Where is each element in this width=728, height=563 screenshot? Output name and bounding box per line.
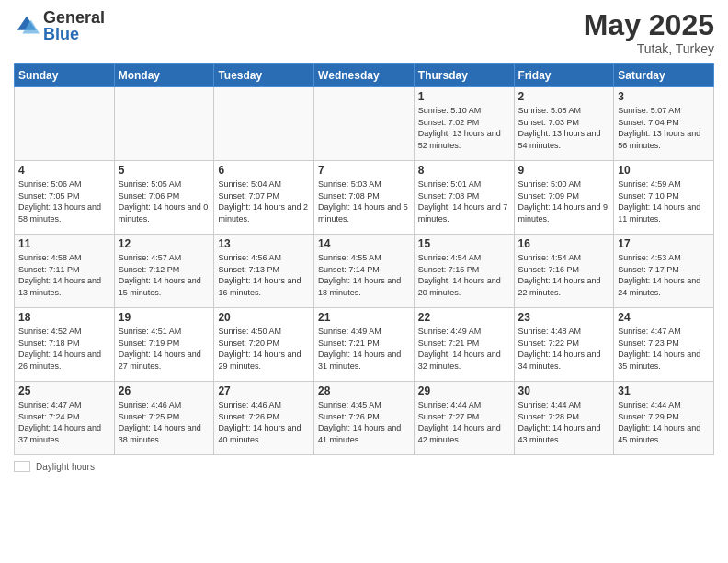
day-number: 19 bbox=[119, 311, 210, 324]
calendar-week-row: 4Sunrise: 5:06 AM Sunset: 7:05 PM Daylig… bbox=[15, 161, 714, 235]
calendar-cell: 24Sunrise: 4:47 AM Sunset: 7:23 PM Dayli… bbox=[614, 308, 714, 382]
footer-label: Daylight hours bbox=[36, 462, 95, 472]
day-number: 28 bbox=[318, 385, 410, 397]
calendar-header-row: SundayMondayTuesdayWednesdayThursdayFrid… bbox=[15, 64, 714, 87]
weekday-header: Friday bbox=[514, 64, 614, 87]
day-info: Sunrise: 4:56 AM Sunset: 7:13 PM Dayligh… bbox=[218, 252, 310, 298]
day-number: 29 bbox=[418, 385, 510, 397]
day-number: 20 bbox=[218, 311, 310, 324]
day-number: 15 bbox=[418, 237, 510, 250]
calendar-cell: 15Sunrise: 4:54 AM Sunset: 7:15 PM Dayli… bbox=[414, 235, 514, 308]
day-info: Sunrise: 4:59 AM Sunset: 7:10 PM Dayligh… bbox=[618, 178, 710, 224]
calendar-cell: 29Sunrise: 4:44 AM Sunset: 7:27 PM Dayli… bbox=[414, 382, 514, 455]
calendar-cell: 2Sunrise: 5:08 AM Sunset: 7:03 PM Daylig… bbox=[514, 87, 614, 161]
day-number: 7 bbox=[318, 164, 410, 177]
day-info: Sunrise: 4:50 AM Sunset: 7:20 PM Dayligh… bbox=[218, 326, 310, 372]
calendar-cell: 23Sunrise: 4:48 AM Sunset: 7:22 PM Dayli… bbox=[514, 308, 614, 382]
calendar-week-row: 11Sunrise: 4:58 AM Sunset: 7:11 PM Dayli… bbox=[15, 235, 714, 308]
day-info: Sunrise: 4:53 AM Sunset: 7:17 PM Dayligh… bbox=[618, 252, 710, 298]
calendar-cell: 20Sunrise: 4:50 AM Sunset: 7:20 PM Dayli… bbox=[214, 308, 314, 382]
calendar-cell: 9Sunrise: 5:00 AM Sunset: 7:09 PM Daylig… bbox=[514, 161, 614, 235]
calendar-cell: 31Sunrise: 4:44 AM Sunset: 7:29 PM Dayli… bbox=[614, 382, 714, 455]
day-info: Sunrise: 4:47 AM Sunset: 7:23 PM Dayligh… bbox=[618, 326, 710, 372]
day-number: 31 bbox=[618, 385, 710, 397]
day-info: Sunrise: 5:10 AM Sunset: 7:02 PM Dayligh… bbox=[418, 105, 510, 151]
calendar-cell: 27Sunrise: 4:46 AM Sunset: 7:26 PM Dayli… bbox=[214, 382, 314, 455]
calendar-cell: 22Sunrise: 4:49 AM Sunset: 7:21 PM Dayli… bbox=[414, 308, 514, 382]
footer: Daylight hours bbox=[14, 461, 714, 472]
day-info: Sunrise: 5:04 AM Sunset: 7:07 PM Dayligh… bbox=[218, 178, 310, 224]
day-number: 30 bbox=[518, 385, 610, 397]
day-info: Sunrise: 5:08 AM Sunset: 7:03 PM Dayligh… bbox=[518, 105, 610, 151]
logo-blue: Blue bbox=[43, 26, 105, 42]
calendar-cell: 1Sunrise: 5:10 AM Sunset: 7:02 PM Daylig… bbox=[414, 87, 514, 161]
day-info: Sunrise: 5:00 AM Sunset: 7:09 PM Dayligh… bbox=[518, 178, 610, 224]
day-number: 8 bbox=[418, 164, 510, 177]
calendar-table: SundayMondayTuesdayWednesdayThursdayFrid… bbox=[14, 63, 714, 455]
day-info: Sunrise: 4:49 AM Sunset: 7:21 PM Dayligh… bbox=[318, 326, 410, 372]
day-number: 12 bbox=[119, 237, 210, 250]
day-info: Sunrise: 4:44 AM Sunset: 7:28 PM Dayligh… bbox=[518, 399, 610, 445]
calendar-cell: 7Sunrise: 5:03 AM Sunset: 7:08 PM Daylig… bbox=[314, 161, 415, 235]
day-number: 5 bbox=[119, 164, 210, 177]
header: General Blue May 2025 Tutak, Turkey bbox=[14, 9, 714, 56]
logo-icon bbox=[14, 13, 40, 39]
day-number: 13 bbox=[218, 237, 310, 250]
calendar-cell: 5Sunrise: 5:05 AM Sunset: 7:06 PM Daylig… bbox=[114, 161, 214, 235]
day-number: 11 bbox=[18, 237, 110, 250]
day-number: 27 bbox=[218, 385, 310, 397]
day-info: Sunrise: 4:57 AM Sunset: 7:12 PM Dayligh… bbox=[119, 252, 210, 298]
day-info: Sunrise: 5:01 AM Sunset: 7:08 PM Dayligh… bbox=[418, 178, 510, 224]
calendar-cell: 8Sunrise: 5:01 AM Sunset: 7:08 PM Daylig… bbox=[414, 161, 514, 235]
calendar-cell: 26Sunrise: 4:46 AM Sunset: 7:25 PM Dayli… bbox=[114, 382, 214, 455]
weekday-header: Tuesday bbox=[214, 64, 314, 87]
calendar-cell: 21Sunrise: 4:49 AM Sunset: 7:21 PM Dayli… bbox=[314, 308, 415, 382]
calendar-cell bbox=[15, 87, 115, 161]
day-number: 14 bbox=[318, 237, 410, 250]
day-number: 17 bbox=[618, 237, 710, 250]
day-number: 4 bbox=[18, 164, 110, 177]
calendar-cell: 14Sunrise: 4:55 AM Sunset: 7:14 PM Dayli… bbox=[314, 235, 415, 308]
day-info: Sunrise: 4:45 AM Sunset: 7:26 PM Dayligh… bbox=[318, 399, 410, 445]
day-info: Sunrise: 4:46 AM Sunset: 7:25 PM Dayligh… bbox=[119, 399, 210, 445]
day-info: Sunrise: 5:03 AM Sunset: 7:08 PM Dayligh… bbox=[318, 178, 410, 224]
day-number: 16 bbox=[518, 237, 610, 250]
day-info: Sunrise: 4:54 AM Sunset: 7:16 PM Dayligh… bbox=[518, 252, 610, 298]
day-info: Sunrise: 4:51 AM Sunset: 7:19 PM Dayligh… bbox=[119, 326, 210, 372]
calendar-cell: 3Sunrise: 5:07 AM Sunset: 7:04 PM Daylig… bbox=[614, 87, 714, 161]
calendar-week-row: 1Sunrise: 5:10 AM Sunset: 7:02 PM Daylig… bbox=[15, 87, 714, 161]
month-title: May 2025 bbox=[584, 9, 714, 41]
calendar-cell: 4Sunrise: 5:06 AM Sunset: 7:05 PM Daylig… bbox=[15, 161, 115, 235]
calendar-cell: 11Sunrise: 4:58 AM Sunset: 7:11 PM Dayli… bbox=[15, 235, 115, 308]
day-info: Sunrise: 4:48 AM Sunset: 7:22 PM Dayligh… bbox=[518, 326, 610, 372]
calendar-cell: 16Sunrise: 4:54 AM Sunset: 7:16 PM Dayli… bbox=[514, 235, 614, 308]
logo-general: General bbox=[43, 9, 105, 26]
day-number: 10 bbox=[618, 164, 710, 177]
weekday-header: Wednesday bbox=[314, 64, 415, 87]
day-info: Sunrise: 4:52 AM Sunset: 7:18 PM Dayligh… bbox=[18, 326, 110, 372]
calendar-cell: 17Sunrise: 4:53 AM Sunset: 7:17 PM Dayli… bbox=[614, 235, 714, 308]
daylight-box bbox=[14, 461, 30, 472]
calendar-cell: 10Sunrise: 4:59 AM Sunset: 7:10 PM Dayli… bbox=[614, 161, 714, 235]
weekday-header: Thursday bbox=[414, 64, 514, 87]
calendar-cell: 25Sunrise: 4:47 AM Sunset: 7:24 PM Dayli… bbox=[15, 382, 115, 455]
calendar-cell: 13Sunrise: 4:56 AM Sunset: 7:13 PM Dayli… bbox=[214, 235, 314, 308]
calendar-cell bbox=[214, 87, 314, 161]
day-info: Sunrise: 4:44 AM Sunset: 7:27 PM Dayligh… bbox=[418, 399, 510, 445]
day-info: Sunrise: 5:05 AM Sunset: 7:06 PM Dayligh… bbox=[119, 178, 210, 224]
calendar-cell: 19Sunrise: 4:51 AM Sunset: 7:19 PM Dayli… bbox=[114, 308, 214, 382]
day-info: Sunrise: 4:46 AM Sunset: 7:26 PM Dayligh… bbox=[218, 399, 310, 445]
day-number: 24 bbox=[618, 311, 710, 324]
day-number: 22 bbox=[418, 311, 510, 324]
calendar-cell: 28Sunrise: 4:45 AM Sunset: 7:26 PM Dayli… bbox=[314, 382, 415, 455]
title-block: May 2025 Tutak, Turkey bbox=[584, 9, 714, 56]
day-info: Sunrise: 4:49 AM Sunset: 7:21 PM Dayligh… bbox=[418, 326, 510, 372]
day-info: Sunrise: 4:47 AM Sunset: 7:24 PM Dayligh… bbox=[18, 399, 110, 445]
day-info: Sunrise: 4:44 AM Sunset: 7:29 PM Dayligh… bbox=[618, 399, 710, 445]
calendar-cell: 18Sunrise: 4:52 AM Sunset: 7:18 PM Dayli… bbox=[15, 308, 115, 382]
day-number: 21 bbox=[318, 311, 410, 324]
location: Tutak, Turkey bbox=[584, 41, 714, 56]
calendar-cell bbox=[314, 87, 415, 161]
logo-text: General Blue bbox=[43, 9, 105, 42]
day-number: 9 bbox=[518, 164, 610, 177]
